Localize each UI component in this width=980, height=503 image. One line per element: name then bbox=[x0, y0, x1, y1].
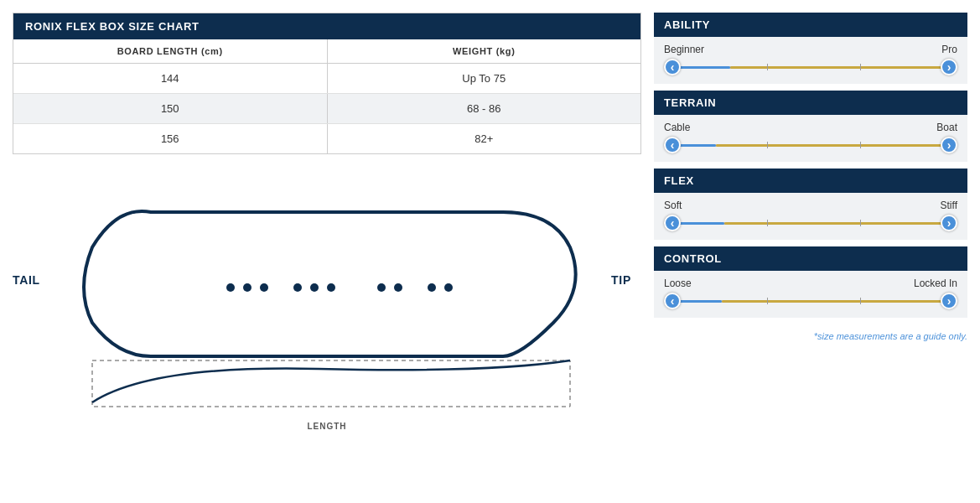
thumb-left-ability[interactable] bbox=[664, 59, 681, 75]
label-left-flex: Soft bbox=[664, 200, 682, 211]
svg-point-9 bbox=[444, 283, 453, 292]
left-panel: RONIX FLEX BOX SIZE CHART BOARD LENGTH (… bbox=[13, 13, 641, 490]
ratings-container: ABILITY Beginner Pro TERRAIN bbox=[654, 13, 967, 324]
svg-point-3 bbox=[293, 283, 302, 292]
slider-track-control[interactable] bbox=[664, 293, 957, 309]
rating-section-terrain: TERRAIN Cable Boat bbox=[654, 91, 967, 162]
track-blue-control bbox=[674, 300, 722, 303]
label-left-ability: Beginner bbox=[664, 44, 704, 55]
track-blue-ability bbox=[674, 66, 730, 69]
tip-label: TIP bbox=[611, 273, 631, 287]
col-board-length: BOARD LENGTH (cm) bbox=[13, 39, 328, 63]
track-blue-flex bbox=[674, 222, 724, 225]
slider-track-terrain[interactable] bbox=[664, 137, 957, 153]
cell-board-length: 150 bbox=[13, 94, 328, 123]
thumb-right-flex[interactable] bbox=[941, 215, 957, 231]
table-rows: 144 Up To 75 150 68 - 86 156 82+ bbox=[13, 64, 640, 153]
rating-body-terrain: Cable Boat bbox=[654, 115, 967, 162]
board-svg-container: ROCKER LENGTH bbox=[67, 180, 587, 431]
board-illustration: ROCKER bbox=[67, 180, 587, 415]
label-left-control: Loose bbox=[664, 277, 692, 289]
cell-weight: 68 - 86 bbox=[328, 94, 641, 123]
track-gold-flex bbox=[724, 222, 956, 225]
rating-labels-control: Loose Locked In bbox=[664, 277, 957, 289]
size-note: *size measurements are a guide only. bbox=[654, 331, 967, 341]
col-weight: WEIGHT (kg) bbox=[328, 39, 641, 63]
table-title: RONIX FLEX BOX SIZE CHART bbox=[13, 13, 640, 39]
slider-track-flex[interactable] bbox=[664, 215, 957, 231]
table-row: 156 82+ bbox=[13, 124, 640, 153]
track-gold-terrain bbox=[716, 144, 956, 147]
svg-point-7 bbox=[394, 283, 402, 292]
size-chart-table: RONIX FLEX BOX SIZE CHART BOARD LENGTH (… bbox=[13, 13, 641, 154]
thumb-left-control[interactable] bbox=[664, 293, 681, 309]
cell-weight: Up To 75 bbox=[328, 64, 641, 93]
label-right-ability: Pro bbox=[941, 44, 957, 55]
rating-labels-flex: Soft Stiff bbox=[664, 200, 957, 211]
cell-weight: 82+ bbox=[328, 124, 641, 153]
rating-body-flex: Soft Stiff bbox=[654, 193, 967, 240]
rating-header-ability: ABILITY bbox=[654, 13, 967, 37]
rating-labels-terrain: Cable Boat bbox=[664, 122, 957, 133]
track-gold-ability bbox=[730, 66, 956, 69]
svg-point-5 bbox=[327, 283, 335, 292]
thumb-right-ability[interactable] bbox=[941, 59, 957, 75]
rating-header-control: CONTROL bbox=[654, 246, 967, 271]
rating-header-terrain: TERRAIN bbox=[654, 91, 967, 115]
tail-label: TAIL bbox=[13, 273, 40, 287]
svg-point-6 bbox=[377, 283, 386, 292]
svg-point-8 bbox=[428, 283, 436, 292]
right-panel: ABILITY Beginner Pro TERRAIN bbox=[654, 13, 967, 490]
thumb-right-terrain[interactable] bbox=[941, 137, 957, 153]
rating-body-control: Loose Locked In bbox=[654, 271, 967, 318]
length-label: LENGTH bbox=[67, 422, 587, 431]
thumb-left-terrain[interactable] bbox=[664, 137, 681, 153]
rating-header-flex: FLEX bbox=[654, 169, 967, 193]
label-right-flex: Stiff bbox=[941, 200, 957, 211]
thumb-left-flex[interactable] bbox=[664, 215, 681, 231]
rating-section-flex: FLEX Soft Stiff bbox=[654, 169, 967, 240]
board-diagram: TAIL bbox=[13, 171, 641, 439]
rating-labels-ability: Beginner Pro bbox=[664, 44, 957, 55]
label-right-terrain: Boat bbox=[936, 122, 957, 133]
track-gold-control bbox=[722, 300, 956, 303]
label-left-terrain: Cable bbox=[664, 122, 690, 133]
svg-point-1 bbox=[243, 283, 251, 292]
slider-track-ability[interactable] bbox=[664, 59, 957, 75]
rating-section-ability: ABILITY Beginner Pro bbox=[654, 13, 967, 84]
cell-board-length: 144 bbox=[13, 64, 328, 93]
column-headers: BOARD LENGTH (cm) WEIGHT (kg) bbox=[13, 39, 640, 64]
svg-point-2 bbox=[260, 283, 268, 292]
thumb-right-control[interactable] bbox=[941, 293, 957, 309]
svg-point-0 bbox=[226, 283, 235, 292]
cell-board-length: 156 bbox=[13, 124, 328, 153]
label-right-control: Locked In bbox=[914, 277, 957, 289]
svg-point-4 bbox=[310, 283, 319, 292]
rating-body-ability: Beginner Pro bbox=[654, 37, 967, 84]
rating-section-control: CONTROL Loose Locked In bbox=[654, 246, 967, 318]
table-row: 144 Up To 75 bbox=[13, 64, 640, 94]
table-row: 150 68 - 86 bbox=[13, 94, 640, 124]
